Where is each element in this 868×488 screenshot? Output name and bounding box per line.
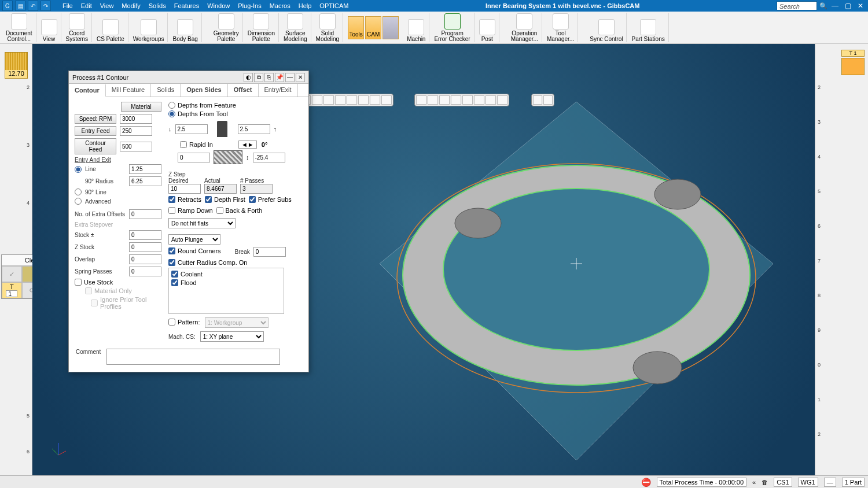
top-depth-1-input[interactable] (175, 124, 208, 134)
ribbon-view[interactable]: View (38, 13, 61, 42)
radius-input[interactable] (129, 176, 161, 186)
right-tool-chip[interactable] (841, 58, 865, 75)
tab-mill-feature[interactable]: Mill Feature (106, 84, 151, 97)
radio-line[interactable] (75, 166, 82, 173)
tab-open-sides[interactable]: Open Sides (181, 84, 228, 97)
minimize-icon[interactable]: — (830, 1, 840, 11)
menu-modify[interactable]: Modify (122, 2, 140, 9)
ribbon-body-bag[interactable]: Body Bag (169, 13, 201, 42)
extra-offsets-input[interactable] (129, 209, 161, 219)
menu-opticam[interactable]: OPTICAM (319, 2, 348, 9)
use-stock-check[interactable] (75, 279, 82, 286)
top-depth-2-input[interactable] (238, 124, 270, 134)
search-go-icon[interactable]: 🔍 (819, 2, 827, 10)
entry-feed-button[interactable]: Entry Feed (75, 126, 116, 136)
ribbon-document-control[interactable]: DocumentControl... (2, 13, 36, 42)
comment-input[interactable] (106, 349, 280, 365)
ribbon-dimension-palette[interactable]: DimensionPalette (244, 13, 279, 42)
depth-first-check[interactable] (205, 196, 212, 203)
bottom-depth-1-input[interactable] (178, 153, 210, 162)
ribbon-surface-modeling[interactable]: SurfaceModeling (280, 13, 311, 42)
angle-toggle[interactable]: ◄► (238, 141, 257, 149)
clear-tool-value[interactable] (6, 290, 17, 297)
ribbon-sync-control[interactable]: Sync Control (586, 13, 627, 42)
redo-icon[interactable]: ↷ (41, 1, 51, 11)
rapid-in-check[interactable] (180, 141, 187, 148)
clear-row-check-icon[interactable]: ✓ (2, 266, 22, 282)
bottom-depth-2-input[interactable] (253, 153, 285, 162)
menu-edit[interactable]: Edit (81, 2, 92, 9)
speed-input[interactable] (120, 114, 152, 124)
status-stop-icon[interactable]: ⛔ (641, 478, 651, 487)
status-cs[interactable]: CS1 (774, 478, 792, 487)
ribbon-part-stations[interactable]: Part Stations (628, 13, 668, 42)
retracts-check[interactable] (168, 196, 175, 203)
ribbon-machin[interactable]: Machin (403, 13, 429, 42)
menu-macros[interactable]: Macros (270, 2, 290, 9)
vt1-btn4[interactable] (335, 95, 345, 105)
menu-view[interactable]: View (100, 2, 114, 9)
radio-depths-tool[interactable] (168, 110, 175, 117)
status-trash-icon[interactable]: 🗑 (762, 479, 768, 486)
line-value-input[interactable] (129, 164, 161, 174)
entry-feed-input[interactable] (120, 126, 152, 136)
radio-depths-feature[interactable] (168, 102, 175, 109)
ribbon-palette-icon[interactable] (382, 16, 399, 39)
ribbon-operation-manager[interactable]: OperationManager... (507, 13, 542, 42)
ribbon-workgroups[interactable]: Workgroups (130, 13, 168, 42)
menu-help[interactable]: Help (299, 2, 312, 9)
contour-feed-button[interactable]: Contour Feed (75, 138, 116, 154)
overlap-input[interactable] (129, 254, 161, 264)
tab-contour[interactable]: Contour (69, 84, 106, 97)
plunge-select[interactable]: Auto Plunge (168, 234, 220, 245)
pattern-check[interactable] (168, 319, 175, 326)
tab-entry-exit[interactable]: Entry/Exit (259, 84, 298, 97)
status-wg[interactable]: WG1 (798, 478, 818, 487)
ribbon-coord-systems[interactable]: CoordSystems (62, 13, 92, 42)
menu-solids[interactable]: Solids (149, 2, 166, 9)
ramp-down-check[interactable] (168, 207, 175, 214)
material-button[interactable]: Material (121, 102, 161, 112)
coolant-check[interactable] (171, 271, 178, 278)
vt1-btn2[interactable] (312, 95, 322, 105)
mach-cs-select[interactable]: 1: XY plane (200, 331, 264, 342)
ribbon-tools[interactable]: Tools (348, 16, 364, 39)
tab-offset[interactable]: Offset (228, 84, 259, 97)
clear-tool-t[interactable]: T (2, 282, 22, 298)
stock-pm-input[interactable] (129, 230, 161, 240)
ribbon-cam[interactable]: CAM (365, 16, 381, 39)
vt1-btn5[interactable] (347, 95, 357, 105)
maximize-icon[interactable]: ▢ (843, 1, 853, 11)
dlg-btn-a[interactable]: ◐ (244, 73, 253, 82)
status-collapse-icon[interactable]: « (752, 479, 756, 486)
ribbon-program-checker[interactable]: ProgramError Checker (431, 13, 474, 42)
radio-90line[interactable] (75, 188, 82, 195)
menu-plugins[interactable]: Plug-Ins (238, 2, 261, 9)
vt1-btn3[interactable] (323, 95, 334, 105)
dlg-pin-icon[interactable]: 📌 (275, 73, 284, 82)
round-corners-check[interactable] (168, 247, 175, 254)
back-forth-check[interactable] (216, 207, 223, 214)
flood-check[interactable] (171, 279, 178, 286)
zstock-input[interactable] (129, 242, 161, 252)
ribbon-solid-modeling[interactable]: SolidModeling (312, 13, 344, 42)
ribbon-tool-manager[interactable]: ToolManager... (543, 13, 578, 42)
spring-input[interactable] (129, 267, 161, 276)
break-input[interactable] (253, 247, 286, 257)
flats-select[interactable]: Do not hit flats (168, 218, 236, 228)
radio-advanced[interactable] (75, 198, 82, 205)
ribbon-post[interactable]: Post (476, 13, 499, 42)
prefer-subs-check[interactable] (249, 196, 256, 203)
status-part[interactable]: 1 Part (842, 478, 865, 487)
left-tool-chip[interactable]: 12.70 (5, 52, 28, 79)
tab-solids[interactable]: Solids (151, 84, 181, 97)
save-icon[interactable]: ▤ (15, 1, 25, 11)
ribbon-geometry-palette[interactable]: GeometryPalette (210, 13, 243, 42)
close-icon[interactable]: ✕ (855, 1, 866, 11)
dlg-minimize-icon[interactable]: — (285, 73, 295, 82)
search-input[interactable]: Search (777, 1, 817, 10)
menu-features[interactable]: Features (174, 2, 199, 9)
dlg-btn-b[interactable]: ⧉ (254, 73, 263, 82)
ribbon-cs-palette[interactable]: CS Palette (93, 13, 128, 42)
contour-feed-input[interactable] (120, 142, 152, 151)
